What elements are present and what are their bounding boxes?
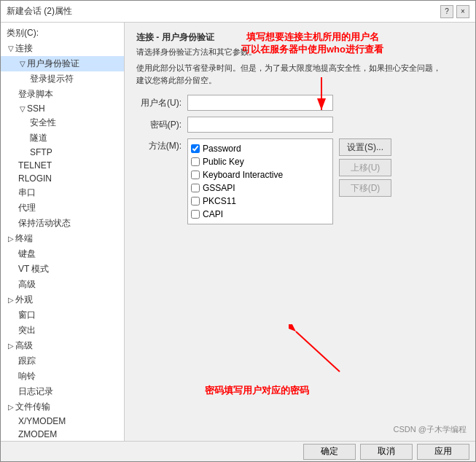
- watermark: CSDN @子木学编程: [394, 424, 467, 435]
- sidebar-item-file-transfer[interactable]: ▷文件传输: [1, 399, 124, 415]
- sidebar-item-trace[interactable]: 跟踪: [1, 353, 124, 369]
- annotation-bottom-text: 密码填写用户对应的密码: [205, 385, 309, 396]
- method-buttons: 设置(S)... 上移(U) 下移(D): [339, 138, 391, 224]
- method-pkcs11-checkbox[interactable]: [191, 197, 200, 205]
- sidebar-item-rlogin[interactable]: RLOGIN: [1, 172, 124, 185]
- sidebar-item-keepalive[interactable]: 保持活动状态: [1, 216, 124, 231]
- ok-button[interactable]: 确定: [303, 444, 356, 460]
- method-publickey-checkbox[interactable]: [191, 157, 200, 166]
- panel-desc: 使用此部分以节省登录时间。但是，为了最大限度地提高安全性，如果担心安全问题， 建…: [136, 62, 464, 86]
- settings-button[interactable]: 设置(S)...: [339, 138, 391, 156]
- password-label: 密码(P):: [136, 119, 187, 131]
- method-keyboard-checkbox[interactable]: [191, 171, 200, 179]
- method-capi-checkbox[interactable]: [191, 210, 200, 219]
- main-window: 新建会话 (2)属性 ? × 类别(C): ▽连接 ▽用户身份验证 登录提示符 …: [0, 0, 476, 462]
- panel-desc-line2: 建议您将此部分留空。: [136, 76, 216, 85]
- expand-icon-appearance: ▷: [7, 296, 15, 304]
- title-controls: ? ×: [440, 5, 469, 18]
- expand-icon-file-transfer: ▷: [7, 403, 15, 411]
- right-panel: 连接 - 用户身份验证 请选择身份验证方法和其它参数。 使用此部分以节省登录时间…: [125, 23, 475, 441]
- username-label: 用户名(U):: [136, 97, 187, 109]
- sidebar-item-bell[interactable]: 响铃: [1, 369, 124, 384]
- title-bar: 新建会话 (2)属性 ? ×: [1, 1, 475, 23]
- sidebar-item-xymodem[interactable]: X/YMODEM: [1, 415, 124, 428]
- move-up-button[interactable]: 上移(U): [339, 159, 391, 176]
- panel-title: 连接 - 用户身份验证: [136, 31, 464, 44]
- category-label: 类别(C):: [1, 26, 124, 41]
- sidebar-item-security[interactable]: 安全性: [1, 115, 124, 130]
- expand-icon-connect: ▽: [7, 44, 15, 52]
- sidebar-item-sftp[interactable]: SFTP: [1, 146, 124, 159]
- sidebar-item-proxy[interactable]: 代理: [1, 200, 124, 216]
- method-pkcs11: PKCS11: [191, 195, 329, 208]
- sidebar-item-appearance[interactable]: ▷外观: [1, 292, 124, 308]
- sidebar-item-log-record[interactable]: 日志记录: [1, 384, 124, 399]
- method-gssapi-checkbox[interactable]: [191, 184, 200, 192]
- sidebar-item-highlight[interactable]: 突出: [1, 323, 124, 338]
- expand-icon-advanced2: ▷: [7, 342, 15, 350]
- password-input[interactable]: [187, 117, 333, 133]
- sidebar-item-tunnel[interactable]: 隧道: [1, 130, 124, 146]
- svg-line-3: [296, 332, 340, 372]
- method-publickey-label: Public Key: [203, 157, 244, 167]
- method-list-container: Password Public Key Keyboard Interactive: [187, 138, 391, 224]
- bottom-bar: 确定 取消 应用: [1, 441, 475, 461]
- username-row: 用户名(U):: [136, 95, 464, 111]
- sidebar-item-advanced2[interactable]: ▷高级: [1, 338, 124, 353]
- method-capi-label: CAPI: [203, 209, 223, 219]
- panel-subtitle: 请选择身份验证方法和其它参数。: [136, 47, 464, 58]
- sidebar-item-connect[interactable]: ▽连接: [1, 41, 124, 56]
- sidebar-item-terminal[interactable]: ▷终端: [1, 231, 124, 246]
- sidebar-item-keyboard[interactable]: 键盘: [1, 246, 124, 262]
- close-button[interactable]: ×: [456, 5, 469, 18]
- panel-desc-line1: 使用此部分以节省登录时间。但是，为了最大限度地提高安全性，如果担心安全问题，: [136, 63, 441, 72]
- expand-icon-terminal: ▷: [7, 235, 15, 243]
- expand-icon-ssh: ▽: [18, 105, 27, 113]
- sidebar-item-vt-mode[interactable]: VT 模式: [1, 262, 124, 277]
- sidebar-item-zmodem[interactable]: ZMODEM: [1, 428, 124, 441]
- password-row: 密码(P):: [136, 117, 464, 133]
- help-button[interactable]: ?: [440, 5, 453, 18]
- sidebar-item-window[interactable]: 窗口: [1, 308, 124, 323]
- apply-button[interactable]: 应用: [417, 444, 469, 460]
- method-pkcs11-label: PKCS11: [203, 196, 236, 206]
- sidebar-item-user-auth[interactable]: ▽用户身份验证: [1, 56, 124, 71]
- method-password-checkbox[interactable]: [191, 144, 200, 153]
- window-title: 新建会话 (2)属性: [7, 5, 72, 17]
- arrow-bottom-svg: [289, 324, 347, 375]
- method-password: Password: [191, 142, 329, 155]
- method-publickey: Public Key: [191, 155, 329, 168]
- sidebar: 类别(C): ▽连接 ▽用户身份验证 登录提示符 登录脚本 ▽SSH 安全性 隧…: [1, 23, 125, 441]
- method-capi: CAPI: [191, 208, 329, 221]
- sidebar-item-serial[interactable]: 串口: [1, 185, 124, 200]
- method-gssapi-label: GSSAPI: [203, 183, 235, 193]
- method-row: 方法(M): Password Public Key K: [136, 138, 464, 224]
- method-list: Password Public Key Keyboard Interactive: [187, 138, 333, 224]
- method-gssapi: GSSAPI: [191, 181, 329, 195]
- method-label: 方法(M):: [136, 138, 187, 152]
- sidebar-item-login-prompt[interactable]: 登录提示符: [1, 71, 124, 87]
- sidebar-item-ssh[interactable]: ▽SSH: [1, 102, 124, 115]
- expand-icon-user-auth: ▽: [18, 60, 27, 68]
- annotation-bottom: 密码填写用户对应的密码: [205, 385, 309, 397]
- method-keyboard: Keyboard Interactive: [191, 168, 329, 181]
- sidebar-item-login-script[interactable]: 登录脚本: [1, 87, 124, 102]
- sidebar-item-telnet[interactable]: TELNET: [1, 159, 124, 172]
- move-down-button[interactable]: 下移(D): [339, 179, 391, 197]
- username-input[interactable]: [187, 95, 333, 111]
- cancel-button[interactable]: 取消: [360, 444, 413, 460]
- sidebar-item-advanced[interactable]: 高级: [1, 277, 124, 292]
- main-content: 类别(C): ▽连接 ▽用户身份验证 登录提示符 登录脚本 ▽SSH 安全性 隧…: [1, 23, 475, 441]
- method-password-label: Password: [203, 144, 241, 154]
- method-keyboard-label: Keyboard Interactive: [203, 170, 283, 180]
